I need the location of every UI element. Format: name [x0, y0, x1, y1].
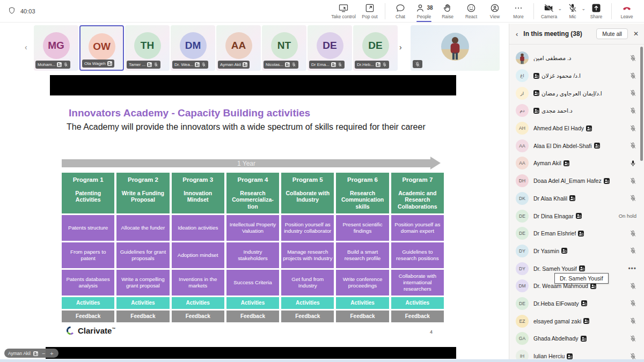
participant-initials-avatar: AA — [516, 157, 529, 169]
pop-out-button[interactable]: Pop out — [358, 2, 382, 21]
phone-attendee-badge-icon — [376, 62, 380, 67]
topic-cell-7-3: Collaborate with international researche… — [391, 270, 444, 295]
close-panel-icon[interactable]: ✕ — [633, 30, 639, 38]
participant-row-17[interactable]: GAGhada Abdelhady — [509, 330, 644, 348]
mic-off-icon — [630, 195, 636, 202]
toolbar-button-label: Camera — [541, 14, 557, 19]
participant-name: Ghada Abdelhady — [533, 335, 579, 342]
photo-avatar-image — [516, 51, 529, 64]
phone-attendee-badge-icon — [243, 62, 247, 67]
participant-row-3[interactable]: ارا.د/إيمان العرجاوى رمضان — [509, 84, 644, 102]
react-button[interactable]: React — [459, 2, 483, 21]
program-number: Program 4 — [238, 176, 268, 184]
view-button[interactable]: View — [483, 2, 507, 21]
participant-row-10[interactable]: DEDr Dina ElnagarOn hold — [509, 207, 644, 225]
participant-name: ا.د/إيمان العرجاوى رمضان — [541, 90, 602, 97]
program-number: Program 6 — [347, 176, 378, 184]
participant-initials-avatar: AH — [516, 122, 529, 135]
mic-off-icon — [415, 62, 420, 67]
participant-initials-avatar: DH — [516, 174, 529, 187]
share-button[interactable]: Share — [584, 2, 608, 21]
video-tile-th-2[interactable]: THTamer ... — [125, 25, 170, 71]
program-number: Program 2 — [128, 176, 158, 184]
back-chevron-icon[interactable]: ‹ — [516, 30, 518, 38]
video-tile-aa-4[interactable]: AAAyman Akil — [216, 25, 261, 71]
phone-attendee-badge-icon — [533, 90, 539, 96]
toolbar-button-label: View — [490, 14, 500, 19]
video-tile-ow-1[interactable]: OWOla Wageh — [79, 25, 124, 71]
participant-row-15[interactable]: DEDr.Heba ElFowaty — [509, 295, 644, 313]
people-button[interactable]: 38People — [412, 2, 436, 21]
program-number: Program 3 — [182, 176, 213, 184]
program-number: Program 1 — [73, 176, 104, 184]
participant-photo-avatar — [516, 51, 529, 64]
program-name: Innovation Mindset — [172, 190, 224, 203]
participant-row-12[interactable]: DYDr Yasmin — [509, 242, 644, 260]
mic-off-dark-icon — [567, 3, 578, 13]
mic-button[interactable]: Mic⌄ — [561, 2, 584, 21]
participant-name: Ayman Akil — [533, 160, 561, 166]
participant-name: Alaa El Din Abdel-Shafi — [533, 143, 592, 149]
leave-button[interactable]: Leave — [615, 2, 639, 21]
camera-button[interactable]: Camera⌄ — [537, 2, 561, 21]
participant-row-16[interactable]: EZelsayed gamal zaki — [509, 312, 644, 330]
take-control-button[interactable]: Take control — [329, 2, 358, 21]
panel-scrollbar[interactable] — [640, 47, 643, 161]
participant-row-4[interactable]: دمد.احمد مجدي — [509, 102, 644, 120]
toolbar-button-label: More — [513, 14, 523, 19]
initials-avatar: OW — [89, 33, 115, 60]
topic-cell-4-1: Intellectual Property Valuation — [226, 215, 279, 241]
video-tile-nt-5[interactable]: NTNicolas... — [262, 25, 306, 71]
phone-attendee-badge-icon — [569, 195, 575, 201]
feedback-cell-6: Feedback — [336, 311, 389, 322]
video-tile-photo[interactable] — [411, 25, 500, 71]
participant-row-1[interactable]: د. مصطفى امين — [509, 49, 644, 67]
topic-cell-6-2: Build a smart research profile — [336, 242, 389, 268]
participant-row-7[interactable]: AAAyman Akil — [509, 154, 644, 172]
mute-all-button[interactable]: Mute all — [596, 28, 628, 39]
participant-row-8[interactable]: DHDoaa Adel Al_Emam Hafez — [509, 172, 644, 190]
topic-cell-3-1: Ideation activities — [172, 215, 224, 241]
participant-initials-avatar: GA — [516, 332, 529, 345]
people-icon — [415, 3, 426, 13]
tile-name-label: Moham... — [35, 61, 70, 69]
participant-name: Dr. Weaam Mahmoud — [533, 283, 588, 289]
video-tile-dm-3[interactable]: DMDr. Wea... — [171, 25, 215, 71]
zoom-out-button[interactable]: − — [41, 350, 46, 357]
phone-attendee-badge-icon — [604, 178, 610, 184]
raise-button[interactable]: Raise — [436, 2, 459, 21]
chat-button[interactable]: Chat — [389, 2, 412, 21]
participant-row-2[interactable]: اغا.د/ محمود غزلان — [509, 67, 644, 85]
tile-participant-name: Dr. Wea... — [174, 62, 193, 67]
phone-attendee-badge-icon — [285, 62, 290, 67]
clarivate-logo: Clarivate™ — [66, 326, 115, 335]
more-button[interactable]: More — [507, 2, 530, 21]
filmstrip-next-button[interactable]: › — [399, 43, 402, 51]
video-tile-de-7[interactable]: DEDr.Heb... — [353, 25, 398, 71]
participant-row-5[interactable]: AHAhmed Abd El Hady — [509, 120, 644, 137]
participant-row-9[interactable]: DKDr Alaa Khalil — [509, 190, 644, 208]
initials-avatar: MG — [43, 32, 70, 59]
video-tile-mg-0[interactable]: MGMoham... — [34, 25, 78, 71]
photo-avatar-image — [441, 33, 469, 61]
pop-out-icon — [364, 3, 375, 13]
video-tile-de-6[interactable]: DEDr Ema... — [308, 25, 352, 71]
zoom-in-button[interactable]: + — [49, 350, 54, 357]
more-options-icon[interactable]: ••• — [628, 265, 636, 272]
participant-initials-avatar: DM — [516, 279, 529, 292]
participant-name: Dr Alaa Khalil — [533, 195, 567, 202]
phone-attendee-badge-icon — [586, 125, 592, 131]
tile-name-label: Dr. Wea... — [172, 61, 208, 69]
program-header-cell-4: Program 4Research Commercializa-tion — [226, 173, 279, 213]
participant-initials-avatar: AA — [516, 139, 529, 152]
participant-row-11[interactable]: DEDr Eman Elshrief — [509, 225, 644, 242]
filmstrip-prev-button[interactable]: ‹ — [25, 43, 27, 51]
tile-participant-name: Ola Wageh — [84, 61, 106, 66]
participant-row-6[interactable]: AAAlaa El Din Abdel-Shafi — [509, 137, 644, 154]
participants-panel-header: ‹ In this meeting (38) Mute all ✕ — [509, 24, 644, 44]
tile-name-label: Ola Wageh — [82, 60, 114, 68]
phone-attendee-badge-icon — [533, 73, 539, 79]
feedback-cell-3: Feedback — [172, 311, 224, 322]
feedback-cell-5: Feedback — [281, 311, 334, 322]
program-name: Write a Funding Proposal — [116, 190, 169, 203]
